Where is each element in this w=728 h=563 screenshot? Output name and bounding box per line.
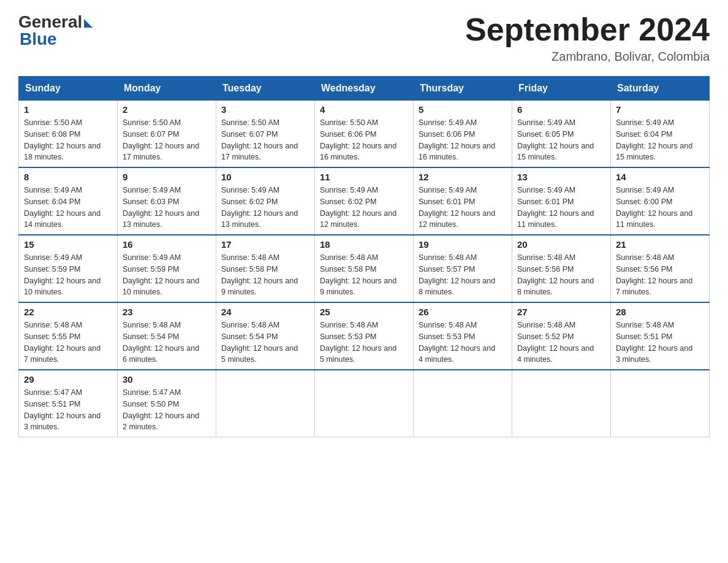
- day-number: 22: [24, 307, 112, 317]
- day-number: 19: [419, 239, 507, 250]
- day-number: 1: [24, 104, 112, 115]
- logo: General Blue: [18, 12, 93, 49]
- day-info: Sunrise: 5:49 AMSunset: 6:01 PMDaylight:…: [517, 185, 605, 231]
- calendar-day-cell: 30Sunrise: 5:47 AMSunset: 5:50 PMDayligh…: [118, 370, 216, 437]
- day-number: 10: [221, 172, 309, 182]
- day-info: Sunrise: 5:47 AMSunset: 5:51 PMDaylight:…: [24, 387, 112, 433]
- calendar-week-row: 29Sunrise: 5:47 AMSunset: 5:51 PMDayligh…: [19, 370, 710, 437]
- calendar-header-saturday: Saturday: [611, 77, 710, 101]
- day-number: 18: [320, 239, 408, 250]
- calendar-header-monday: Monday: [118, 77, 216, 101]
- calendar-day-cell: 12Sunrise: 5:49 AMSunset: 6:01 PMDayligh…: [414, 167, 512, 235]
- day-number: 9: [123, 172, 211, 182]
- day-info: Sunrise: 5:48 AMSunset: 5:53 PMDaylight:…: [320, 320, 408, 366]
- day-info: Sunrise: 5:48 AMSunset: 5:52 PMDaylight:…: [517, 320, 605, 366]
- calendar-day-cell: [315, 370, 414, 437]
- day-number: 5: [419, 104, 507, 115]
- day-number: 25: [320, 307, 408, 317]
- calendar-day-cell: 9Sunrise: 5:49 AMSunset: 6:03 PMDaylight…: [118, 167, 216, 235]
- day-number: 13: [517, 172, 605, 182]
- calendar-day-cell: 6Sunrise: 5:49 AMSunset: 6:05 PMDaylight…: [512, 101, 611, 168]
- calendar-day-cell: 5Sunrise: 5:49 AMSunset: 6:06 PMDaylight…: [414, 101, 512, 168]
- calendar-day-cell: 10Sunrise: 5:49 AMSunset: 6:02 PMDayligh…: [216, 167, 315, 235]
- calendar-day-cell: 20Sunrise: 5:48 AMSunset: 5:56 PMDayligh…: [512, 235, 611, 302]
- day-info: Sunrise: 5:49 AMSunset: 6:06 PMDaylight:…: [419, 117, 507, 163]
- calendar-day-cell: [512, 370, 611, 437]
- day-info: Sunrise: 5:50 AMSunset: 6:07 PMDaylight:…: [123, 117, 211, 163]
- day-info: Sunrise: 5:48 AMSunset: 5:57 PMDaylight:…: [419, 252, 507, 298]
- location-text: Zambrano, Bolivar, Colombia: [465, 50, 710, 64]
- day-info: Sunrise: 5:49 AMSunset: 6:02 PMDaylight:…: [320, 185, 408, 231]
- day-number: 11: [320, 172, 408, 182]
- calendar-day-cell: 21Sunrise: 5:48 AMSunset: 5:56 PMDayligh…: [611, 235, 710, 302]
- day-number: 15: [24, 239, 112, 250]
- day-info: Sunrise: 5:49 AMSunset: 6:02 PMDaylight:…: [221, 185, 309, 231]
- logo-arrow-icon: [84, 19, 93, 28]
- calendar-day-cell: 4Sunrise: 5:50 AMSunset: 6:06 PMDaylight…: [315, 101, 414, 168]
- calendar-header-sunday: Sunday: [19, 77, 118, 101]
- calendar-day-cell: 15Sunrise: 5:49 AMSunset: 5:59 PMDayligh…: [19, 235, 118, 302]
- day-info: Sunrise: 5:50 AMSunset: 6:08 PMDaylight:…: [24, 117, 112, 163]
- day-number: 2: [123, 104, 211, 115]
- calendar-day-cell: [414, 370, 512, 437]
- page-header: General Blue September 2024 Zambrano, Bo…: [18, 12, 710, 64]
- calendar-day-cell: [611, 370, 710, 437]
- day-info: Sunrise: 5:48 AMSunset: 5:53 PMDaylight:…: [419, 320, 507, 366]
- day-info: Sunrise: 5:49 AMSunset: 6:01 PMDaylight:…: [419, 185, 507, 231]
- day-number: 21: [616, 239, 704, 250]
- day-info: Sunrise: 5:49 AMSunset: 6:04 PMDaylight:…: [616, 117, 704, 163]
- calendar-day-cell: 22Sunrise: 5:48 AMSunset: 5:55 PMDayligh…: [19, 302, 118, 370]
- day-number: 16: [123, 239, 211, 250]
- day-info: Sunrise: 5:50 AMSunset: 6:07 PMDaylight:…: [221, 117, 309, 163]
- day-info: Sunrise: 5:48 AMSunset: 5:58 PMDaylight:…: [320, 252, 408, 298]
- day-info: Sunrise: 5:49 AMSunset: 6:00 PMDaylight:…: [616, 185, 704, 231]
- calendar-table: SundayMondayTuesdayWednesdayThursdayFrid…: [18, 76, 710, 437]
- calendar-week-row: 8Sunrise: 5:49 AMSunset: 6:04 PMDaylight…: [19, 167, 710, 235]
- calendar-day-cell: 8Sunrise: 5:49 AMSunset: 6:04 PMDaylight…: [19, 167, 118, 235]
- day-info: Sunrise: 5:48 AMSunset: 5:51 PMDaylight:…: [616, 320, 704, 366]
- day-info: Sunrise: 5:49 AMSunset: 6:05 PMDaylight:…: [517, 117, 605, 163]
- calendar-day-cell: 17Sunrise: 5:48 AMSunset: 5:58 PMDayligh…: [216, 235, 315, 302]
- month-title: September 2024: [465, 12, 710, 47]
- day-number: 7: [616, 104, 704, 115]
- calendar-day-cell: 25Sunrise: 5:48 AMSunset: 5:53 PMDayligh…: [315, 302, 414, 370]
- calendar-header-tuesday: Tuesday: [216, 77, 315, 101]
- calendar-header-thursday: Thursday: [414, 77, 512, 101]
- day-info: Sunrise: 5:48 AMSunset: 5:54 PMDaylight:…: [221, 320, 309, 366]
- day-info: Sunrise: 5:49 AMSunset: 5:59 PMDaylight:…: [24, 252, 112, 298]
- calendar-day-cell: 19Sunrise: 5:48 AMSunset: 5:57 PMDayligh…: [414, 235, 512, 302]
- logo-blue-text: Blue: [18, 29, 57, 49]
- calendar-day-cell: 2Sunrise: 5:50 AMSunset: 6:07 PMDaylight…: [118, 101, 216, 168]
- day-info: Sunrise: 5:48 AMSunset: 5:56 PMDaylight:…: [517, 252, 605, 298]
- day-number: 8: [24, 172, 112, 182]
- day-number: 20: [517, 239, 605, 250]
- day-info: Sunrise: 5:49 AMSunset: 6:03 PMDaylight:…: [123, 185, 211, 231]
- calendar-week-row: 22Sunrise: 5:48 AMSunset: 5:55 PMDayligh…: [19, 302, 710, 370]
- day-number: 4: [320, 104, 408, 115]
- calendar-day-cell: 11Sunrise: 5:49 AMSunset: 6:02 PMDayligh…: [315, 167, 414, 235]
- calendar-day-cell: 7Sunrise: 5:49 AMSunset: 6:04 PMDaylight…: [611, 101, 710, 168]
- calendar-header-wednesday: Wednesday: [315, 77, 414, 101]
- day-number: 24: [221, 307, 309, 317]
- calendar-day-cell: 23Sunrise: 5:48 AMSunset: 5:54 PMDayligh…: [118, 302, 216, 370]
- calendar-day-cell: 18Sunrise: 5:48 AMSunset: 5:58 PMDayligh…: [315, 235, 414, 302]
- calendar-day-cell: 28Sunrise: 5:48 AMSunset: 5:51 PMDayligh…: [611, 302, 710, 370]
- calendar-day-cell: 26Sunrise: 5:48 AMSunset: 5:53 PMDayligh…: [414, 302, 512, 370]
- calendar-day-cell: 16Sunrise: 5:49 AMSunset: 5:59 PMDayligh…: [118, 235, 216, 302]
- day-number: 12: [419, 172, 507, 182]
- day-number: 27: [517, 307, 605, 317]
- day-info: Sunrise: 5:49 AMSunset: 5:59 PMDaylight:…: [123, 252, 211, 298]
- calendar-header-friday: Friday: [512, 77, 611, 101]
- calendar-day-cell: [216, 370, 315, 437]
- calendar-day-cell: 14Sunrise: 5:49 AMSunset: 6:00 PMDayligh…: [611, 167, 710, 235]
- calendar-week-row: 15Sunrise: 5:49 AMSunset: 5:59 PMDayligh…: [19, 235, 710, 302]
- calendar-day-cell: 13Sunrise: 5:49 AMSunset: 6:01 PMDayligh…: [512, 167, 611, 235]
- day-number: 29: [24, 374, 112, 385]
- day-info: Sunrise: 5:48 AMSunset: 5:55 PMDaylight:…: [24, 320, 112, 366]
- day-info: Sunrise: 5:50 AMSunset: 6:06 PMDaylight:…: [320, 117, 408, 163]
- day-number: 30: [123, 374, 211, 385]
- day-info: Sunrise: 5:49 AMSunset: 6:04 PMDaylight:…: [24, 185, 112, 231]
- day-info: Sunrise: 5:47 AMSunset: 5:50 PMDaylight:…: [123, 387, 211, 433]
- calendar-day-cell: 27Sunrise: 5:48 AMSunset: 5:52 PMDayligh…: [512, 302, 611, 370]
- day-info: Sunrise: 5:48 AMSunset: 5:58 PMDaylight:…: [221, 252, 309, 298]
